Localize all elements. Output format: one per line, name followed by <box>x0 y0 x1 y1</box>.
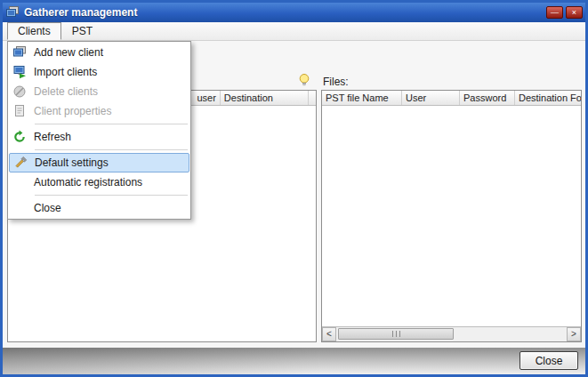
scrollbar-thumb[interactable] <box>338 328 454 340</box>
files-label: Files: <box>323 76 349 88</box>
import-clients-icon <box>12 65 27 79</box>
menu-clients[interactable]: Clients <box>7 22 61 40</box>
files-list-panel: PST file Name User Password Destination … <box>321 90 582 342</box>
menu-item-label: Close <box>34 202 61 214</box>
menu-item-import-clients[interactable]: Import clients <box>8 62 190 82</box>
add-client-icon <box>12 45 27 60</box>
scroll-left-button[interactable]: < <box>322 327 336 341</box>
scroll-right-button[interactable]: > <box>567 327 581 341</box>
column-header-user[interactable]: User <box>402 91 460 105</box>
lightbulb-icon <box>297 73 311 87</box>
window-title: Gatherer management <box>24 6 544 19</box>
menu-item-label: Refresh <box>34 131 71 143</box>
column-header-password[interactable]: Password <box>460 91 515 105</box>
scrollbar-track[interactable] <box>336 327 567 341</box>
menu-separator <box>35 195 188 196</box>
menu-item-label: Default settings <box>35 156 109 169</box>
files-list-header: PST file Name User Password Destination … <box>322 91 581 106</box>
column-header-destination-folder[interactable]: Destination Fol <box>515 91 581 105</box>
menu-item-label: Import clients <box>34 66 97 78</box>
menu-item-label: Automatic registrations <box>34 176 142 188</box>
menu-item-client-properties: Client properties <box>8 101 190 121</box>
menu-item-refresh[interactable]: Refresh <box>8 127 190 147</box>
menu-separator <box>35 149 188 150</box>
column-header-destination[interactable]: Destination <box>221 91 309 105</box>
menu-separator <box>35 124 188 124</box>
menu-item-automatic-registrations[interactable]: Automatic registrations <box>8 172 190 192</box>
menu-item-label: Client properties <box>34 105 111 117</box>
wrench-icon <box>13 156 28 170</box>
clients-dropdown-menu: Add new client Import clients Delete <box>7 41 191 220</box>
scrollbar-grip <box>392 331 400 337</box>
titlebar[interactable]: Gatherer management — × <box>3 3 585 22</box>
menu-item-add-new-client[interactable]: Add new client <box>8 43 190 62</box>
files-horizontal-scrollbar[interactable]: < > <box>322 326 581 341</box>
menu-item-label: Delete clients <box>34 85 98 98</box>
footer-bar: Close <box>3 348 585 374</box>
app-icon <box>5 5 20 20</box>
column-header-pst-file-name[interactable]: PST file Name <box>322 91 402 105</box>
empty-icon-space <box>12 201 27 215</box>
menu-pst[interactable]: PST <box>61 22 103 40</box>
files-list-body[interactable] <box>322 106 581 326</box>
column-header-filler <box>309 91 316 105</box>
window-controls: — × <box>544 6 583 19</box>
menu-item-close[interactable]: Close <box>8 198 190 218</box>
menu-item-default-settings[interactable]: Default settings <box>9 153 189 172</box>
menu-item-label: Add new client <box>34 46 103 59</box>
client-properties-icon <box>12 104 27 118</box>
gatherer-management-window: Gatherer management — × Clients PST File… <box>0 0 588 377</box>
empty-icon-space <box>12 175 27 189</box>
refresh-icon <box>12 130 27 144</box>
menu-item-delete-clients: Delete clients <box>8 82 190 101</box>
close-button[interactable]: Close <box>520 351 578 370</box>
menubar: Clients PST <box>3 22 585 41</box>
delete-clients-icon <box>12 84 27 99</box>
minimize-button[interactable]: — <box>546 6 563 19</box>
close-window-button[interactable]: × <box>566 6 583 19</box>
